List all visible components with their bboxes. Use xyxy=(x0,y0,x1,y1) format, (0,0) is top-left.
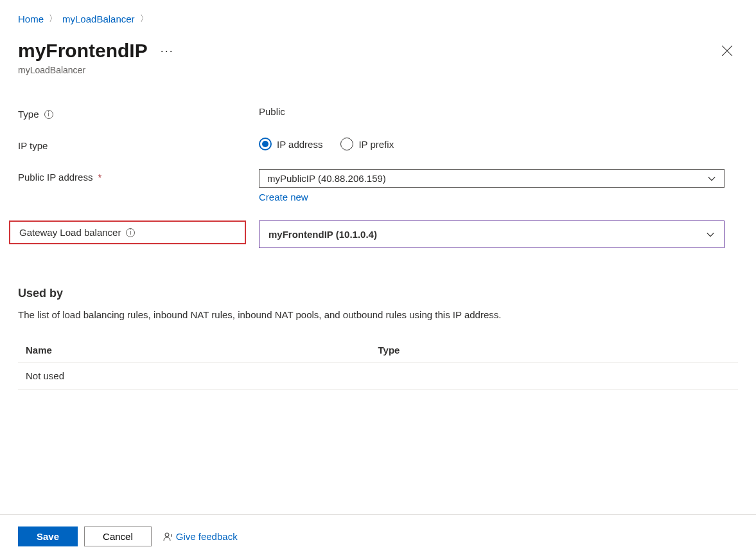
footer: Save Cancel Give feedback xyxy=(0,514,756,546)
type-value: Public xyxy=(259,106,285,117)
more-actions-button[interactable]: ··· xyxy=(158,42,177,60)
breadcrumb-home[interactable]: Home xyxy=(18,14,44,24)
close-button[interactable] xyxy=(716,40,738,64)
table-cell-name: Not used xyxy=(26,370,378,381)
radio-ip-address[interactable]: IP address xyxy=(259,138,322,150)
ip-type-radio-group: IP address IP prefix xyxy=(259,138,725,150)
give-feedback-link[interactable]: Give feedback xyxy=(163,531,238,542)
gateway-value: myFrontendIP (10.1.0.4) xyxy=(268,229,377,240)
chevron-down-icon xyxy=(706,230,715,239)
public-ip-select[interactable]: myPublicIP (40.88.206.159) xyxy=(259,169,725,188)
close-icon xyxy=(721,45,733,57)
svg-point-2 xyxy=(165,533,169,537)
page-subtitle: myLoadBalancer xyxy=(18,65,738,75)
save-button[interactable]: Save xyxy=(18,526,78,546)
radio-ip-prefix[interactable]: IP prefix xyxy=(340,138,394,150)
used-by-table: Name Type Not used xyxy=(18,338,738,390)
used-by-description: The list of load balancing rules, inboun… xyxy=(18,309,738,320)
table-cell-type xyxy=(378,370,731,381)
page-title: myFrontendIP xyxy=(18,40,148,62)
create-new-link[interactable]: Create new xyxy=(259,192,308,203)
public-ip-label: Public IP address xyxy=(18,172,92,183)
breadcrumb-loadbalancer[interactable]: myLoadBalancer xyxy=(62,14,135,24)
gateway-label: Gateway Load balancer xyxy=(19,227,121,238)
ip-type-label: IP type xyxy=(18,140,48,151)
public-ip-value: myPublicIP (40.88.206.159) xyxy=(267,173,386,184)
breadcrumb: Home 〉 myLoadBalancer 〉 xyxy=(18,13,738,24)
info-icon[interactable]: i xyxy=(126,228,135,237)
table-row: Not used xyxy=(18,363,738,390)
radio-ip-address-label: IP address xyxy=(277,139,322,150)
required-indicator: * xyxy=(98,172,101,183)
give-feedback-label: Give feedback xyxy=(176,531,238,542)
gateway-select[interactable]: myFrontendIP (10.1.0.4) xyxy=(259,221,725,248)
type-label: Type xyxy=(18,109,39,120)
cancel-button[interactable]: Cancel xyxy=(84,526,152,546)
chevron-right-icon: 〉 xyxy=(49,13,57,24)
table-header-name: Name xyxy=(26,345,378,356)
info-icon[interactable]: i xyxy=(44,110,53,119)
chevron-down-icon xyxy=(707,174,716,183)
used-by-title: Used by xyxy=(18,287,738,300)
feedback-icon xyxy=(163,532,173,542)
gateway-label-highlight: Gateway Load balancer i xyxy=(9,221,246,244)
chevron-right-icon: 〉 xyxy=(140,13,148,24)
table-header-type: Type xyxy=(378,345,731,356)
radio-ip-prefix-label: IP prefix xyxy=(358,139,394,150)
